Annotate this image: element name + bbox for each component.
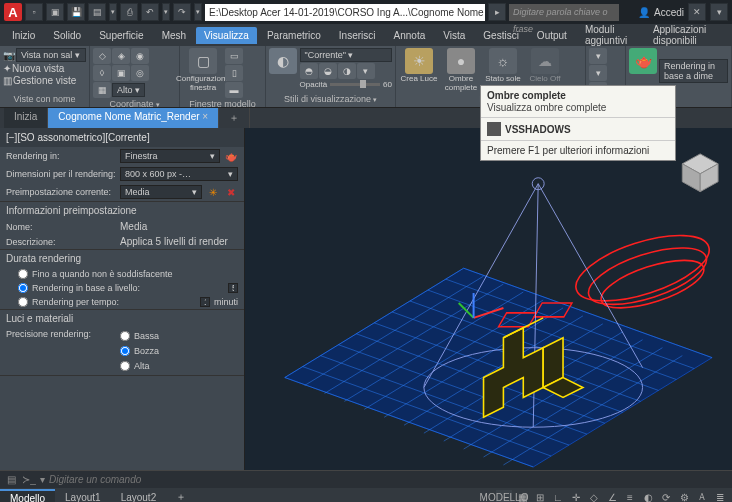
status-space-label[interactable]: MODELLO — [496, 490, 512, 502]
sun-state-button[interactable]: ☼Stato sole — [483, 48, 523, 84]
qat-dd-icon[interactable]: ▾ — [109, 3, 117, 21]
qat-undo-icon[interactable]: ↶ — [141, 3, 159, 21]
ucs2-icon[interactable]: ◈ — [112, 48, 130, 64]
create-light-button[interactable]: ☀Crea Luce — [399, 48, 439, 84]
visual-style-button[interactable]: ◐ — [269, 48, 298, 74]
tab-visualizza[interactable]: Visualizza — [196, 27, 257, 44]
view-unsaved-dropdown[interactable]: Vista non sal ▾ — [16, 48, 86, 62]
tab-vista[interactable]: Vista — [435, 27, 473, 44]
ucs4-icon[interactable]: ◊ — [93, 65, 111, 81]
sky-off-button[interactable]: ☁Cielo Off — [525, 48, 565, 84]
ucs7-icon[interactable]: ▦ — [93, 82, 111, 98]
snap-icon[interactable]: ⊞ — [532, 490, 548, 502]
precision-draft[interactable]: Bozza — [120, 344, 165, 358]
alt-dropdown[interactable]: Alto ▾ — [112, 83, 145, 97]
radio-until-satisfied[interactable]: Fino a quando non è soddisfacente — [0, 267, 244, 281]
new-tab-button[interactable]: ＋ — [219, 108, 250, 128]
layout-tab-model[interactable]: Modello — [0, 489, 55, 503]
search-go-icon[interactable]: ▸ — [488, 3, 506, 21]
ucs-icon[interactable]: ◇ — [93, 48, 111, 64]
tab-applicazioni[interactable]: Applicazioni disponibili — [645, 21, 728, 49]
cmd-history-icon[interactable]: ▤ — [4, 473, 18, 487]
mat-a-icon[interactable]: ▾ — [589, 48, 607, 64]
render-mode-dropdown[interactable]: Rendering in base a dime — [659, 59, 728, 83]
precision-high[interactable]: Alta — [120, 359, 165, 373]
preset-dropdown[interactable]: Media▾ — [120, 185, 202, 199]
qat-redo-icon[interactable]: ↷ — [173, 3, 191, 21]
transparency-icon[interactable]: ◐ — [640, 490, 656, 502]
model-viewport[interactable] — [245, 128, 732, 470]
search-input[interactable]: Digitare parola chiave o frase — [509, 4, 619, 21]
tab-moduli[interactable]: Moduli aggiuntivi — [577, 21, 643, 49]
ucs6-icon[interactable]: ◎ — [131, 65, 149, 81]
tab-solido[interactable]: Solido — [45, 27, 89, 44]
doc-tab-start[interactable]: Inizia — [4, 108, 48, 128]
render-now-icon[interactable]: 🫖 — [224, 149, 238, 163]
tab-gestisci[interactable]: Gestisci — [475, 27, 527, 44]
ortho-icon[interactable]: ∟ — [550, 490, 566, 502]
render-button[interactable]: 🫖 — [629, 48, 657, 74]
qat-undo-dd-icon[interactable]: ▾ — [162, 3, 170, 21]
precision-low[interactable]: Bassa — [120, 329, 165, 343]
polar-icon[interactable]: ✛ — [568, 490, 584, 502]
qat-redo-dd-icon[interactable]: ▾ — [194, 3, 202, 21]
help-dd-icon[interactable]: ▾ — [710, 3, 728, 21]
tab-inizio[interactable]: Inizio — [4, 27, 43, 44]
ucs3-icon[interactable]: ◉ — [131, 48, 149, 64]
viewport-config-button[interactable]: ▢ Configurazione finestra — [183, 48, 223, 93]
customize-icon[interactable]: ≣ — [712, 490, 728, 502]
vs-b-icon[interactable]: ◒ — [319, 63, 337, 79]
layout-add-button[interactable]: ＋ — [166, 488, 196, 502]
command-input[interactable] — [49, 474, 249, 485]
render-in-dropdown[interactable]: Finestra▾ — [120, 149, 220, 163]
lineweight-icon[interactable]: ≡ — [622, 490, 638, 502]
tab-mesh[interactable]: Mesh — [154, 27, 194, 44]
signin-label[interactable]: Accedi — [654, 7, 684, 18]
user-icon[interactable]: 👤 — [638, 7, 650, 18]
workspace-icon[interactable]: ⚙ — [676, 490, 692, 502]
qat-new-icon[interactable]: ▫ — [25, 3, 43, 21]
ucs5-icon[interactable]: ▣ — [112, 65, 130, 81]
osnap-icon[interactable]: ◇ — [586, 490, 602, 502]
mat-b-icon[interactable]: ▾ — [589, 65, 607, 81]
shadows-button[interactable]: ●Ombre complete — [441, 48, 481, 93]
cycling-icon[interactable]: ⟳ — [658, 490, 674, 502]
grid-icon[interactable]: ▦ — [514, 490, 530, 502]
annotation-icon[interactable]: Ａ — [694, 490, 710, 502]
layout-tab-2[interactable]: Layout2 — [111, 490, 167, 503]
new-view-button[interactable]: Nuova vista — [12, 63, 64, 74]
tab-inserisci[interactable]: Inserisci — [331, 27, 384, 44]
radio-by-time[interactable]: Rendering per tempo:minuti — [0, 295, 244, 309]
vp-restore-icon[interactable]: ▬ — [225, 82, 243, 98]
visual-style-dropdown[interactable]: "Corrente" ▾ — [300, 48, 392, 62]
view-manager-button[interactable]: Gestione viste — [13, 75, 76, 86]
viewport-label[interactable]: [−][SO assonometrico][Corrente] — [0, 128, 244, 147]
close-tab-icon[interactable]: × — [202, 111, 208, 122]
tab-annota[interactable]: Annota — [386, 27, 434, 44]
vs-d-icon[interactable]: ▾ — [357, 63, 375, 79]
vs-a-icon[interactable]: ◓ — [300, 63, 318, 79]
viewport-icon: ▢ — [189, 48, 217, 74]
preset-del-icon[interactable]: ✖ — [224, 185, 238, 199]
preset-new-icon[interactable]: ✳ — [206, 185, 220, 199]
tab-output[interactable]: Output — [529, 27, 575, 44]
app-logo[interactable]: A — [4, 3, 22, 21]
vp-named-icon[interactable]: ▯ — [225, 65, 243, 81]
time-input[interactable] — [200, 297, 210, 307]
vp-join-icon[interactable]: ▭ — [225, 48, 243, 64]
tab-parametrico[interactable]: Parametrico — [259, 27, 329, 44]
exchange-icon[interactable]: ✕ — [688, 3, 706, 21]
layout-tab-1[interactable]: Layout1 — [55, 490, 111, 503]
radio-by-level[interactable]: Rendering in base a livello: — [0, 281, 244, 295]
tab-superficie[interactable]: Superficie — [91, 27, 151, 44]
opacity-slider[interactable] — [330, 83, 380, 86]
render-dim-dropdown[interactable]: 800 x 600 px -…▾ — [120, 167, 238, 181]
qat-open-icon[interactable]: ▣ — [46, 3, 64, 21]
vs-c-icon[interactable]: ◑ — [338, 63, 356, 79]
level-input[interactable] — [228, 283, 238, 293]
otrack-icon[interactable]: ∠ — [604, 490, 620, 502]
qat-save-icon[interactable]: 💾 — [67, 3, 85, 21]
qat-plot-icon[interactable]: ⎙ — [120, 3, 138, 21]
doc-tab-file[interactable]: Cognome Nome Matric_Render × — [48, 108, 219, 128]
qat-saveas-icon[interactable]: ▤ — [88, 3, 106, 21]
